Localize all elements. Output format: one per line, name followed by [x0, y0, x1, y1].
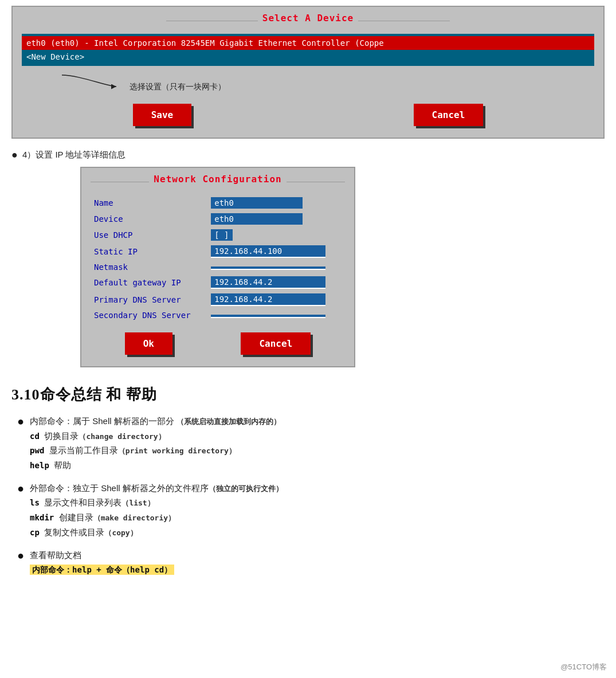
list-item: ●外部命令：独立于 Shell 解析器之外的文件程序（独立的可执行文件）ls 显…	[17, 481, 605, 540]
select-device-dialog: Select A Device eth0 (eth0) - Intel Corp…	[11, 6, 605, 139]
net-field-value[interactable]: 192.168.44.2	[207, 291, 345, 308]
net-field-label: Use DHCP	[91, 227, 207, 243]
title-line-left	[166, 21, 258, 21]
net-field-row: Primary DNS Server192.168.44.2	[91, 291, 345, 308]
net-field-value[interactable]: eth0	[207, 195, 345, 211]
net-field-value[interactable]: 192.168.44.2	[207, 274, 345, 291]
net-field-row: Default gateway IP192.168.44.2	[91, 274, 345, 291]
list-line: 查看帮助文档	[30, 548, 174, 563]
net-field-label: Default gateway IP	[91, 274, 207, 291]
section-heading: 3.10命令总结 和 帮助	[11, 385, 605, 405]
list-item: ●查看帮助文档内部命令：help + 命令（help cd）	[17, 548, 605, 577]
net-field-row: Secondary DNS Server	[91, 308, 345, 322]
list-bullet: ●	[17, 415, 24, 428]
net-field-value[interactable]	[207, 308, 345, 322]
net-field-row: Static IP192.168.44.100	[91, 243, 345, 260]
annotation-text: 选择设置（只有一块网卡）	[130, 82, 226, 92]
step4-label: ● 4）设置 IP 地址等详细信息	[11, 149, 605, 161]
net-title-line-right	[287, 182, 345, 182]
step4-bullet: ●	[11, 149, 18, 161]
net-field-value[interactable]: eth0	[207, 211, 345, 227]
net-field-row: Netmask	[91, 260, 345, 274]
list-bullet: ●	[17, 482, 24, 495]
list-line: help 帮助	[30, 458, 281, 473]
net-field-row: Use DHCP[ ]	[91, 227, 345, 243]
net-field-label: Device	[91, 211, 207, 227]
ok-button[interactable]: Ok	[125, 332, 172, 355]
device-item-eth0[interactable]: eth0 (eth0) - Intel Corporation 82545EM …	[22, 36, 594, 50]
list-line: pwd 显示当前工作目录（print working directory）	[30, 443, 281, 458]
net-field-label: Name	[91, 195, 207, 211]
list-content: 外部命令：独立于 Shell 解析器之外的文件程序（独立的可执行文件）ls 显示…	[30, 481, 283, 540]
net-field-row: Deviceeth0	[91, 211, 345, 227]
net-field-row: Nameeth0	[91, 195, 345, 211]
step4-text: 4）设置 IP 地址等详细信息	[22, 150, 126, 160]
dialog2-title: Network Configuration	[154, 174, 281, 185]
net-field-label: Primary DNS Server	[91, 291, 207, 308]
net-field-label: Static IP	[91, 243, 207, 260]
annotation-arrow	[56, 69, 125, 92]
dialog1-buttons: Save Cancel	[22, 104, 594, 126]
net-field-label: Secondary DNS Server	[91, 308, 207, 322]
list-line: 外部命令：独立于 Shell 解析器之外的文件程序（独立的可执行文件）	[30, 481, 283, 496]
list-content: 内部命令：属于 Shell 解析器的一部分 （系统启动直接加载到内存的）cd 切…	[30, 414, 281, 473]
list-line: cp 复制文件或目录（copy）	[30, 525, 283, 540]
dialog2-title-row: Network Configuration	[91, 174, 345, 190]
net-title-line-left	[91, 182, 149, 182]
cancel-button[interactable]: Cancel	[414, 104, 484, 126]
list-line: 内部命令：属于 Shell 解析器的一部分 （系统启动直接加载到内存的）	[30, 414, 281, 429]
dialog1-title: Select A Device	[262, 13, 354, 23]
net-config-table: Nameeth0Deviceeth0Use DHCP[ ]Static IP19…	[91, 195, 345, 322]
net-field-value[interactable]: 192.168.44.100	[207, 243, 345, 260]
net-field-value[interactable]: [ ]	[207, 227, 345, 243]
net-field-label: Netmask	[91, 260, 207, 274]
net-field-value[interactable]	[207, 260, 345, 274]
list-line: cd 切换目录（change directory）	[30, 429, 281, 444]
dialog1-title-row: Select A Device	[22, 13, 594, 29]
device-item-new[interactable]: <New Device>	[22, 50, 594, 64]
device-list: eth0 (eth0) - Intel Corporation 82545EM …	[22, 34, 594, 66]
network-config-dialog: Network Configuration Nameeth0Deviceeth0…	[80, 167, 355, 367]
list-item: ●内部命令：属于 Shell 解析器的一部分 （系统启动直接加载到内存的）cd …	[17, 414, 605, 473]
content-list: ●内部命令：属于 Shell 解析器的一部分 （系统启动直接加载到内存的）cd …	[17, 414, 605, 577]
section-310: 3.10命令总结 和 帮助 ●内部命令：属于 Shell 解析器的一部分 （系统…	[11, 385, 605, 577]
list-bullet: ●	[17, 549, 24, 562]
list-content: 查看帮助文档内部命令：help + 命令（help cd）	[30, 548, 174, 577]
cancel-button-2[interactable]: Cancel	[241, 332, 311, 355]
list-line: mkdir 创建目录（make directoriy）	[30, 510, 283, 525]
save-button[interactable]: Save	[133, 104, 192, 126]
dialog2-buttons: Ok Cancel	[91, 332, 345, 355]
list-line: ls 显示文件和目录列表（list）	[30, 495, 283, 510]
title-line-right	[358, 21, 450, 21]
site-badge: @51CTO博客	[560, 662, 607, 672]
highlighted-text: 内部命令：help + 命令（help cd）	[30, 565, 174, 575]
